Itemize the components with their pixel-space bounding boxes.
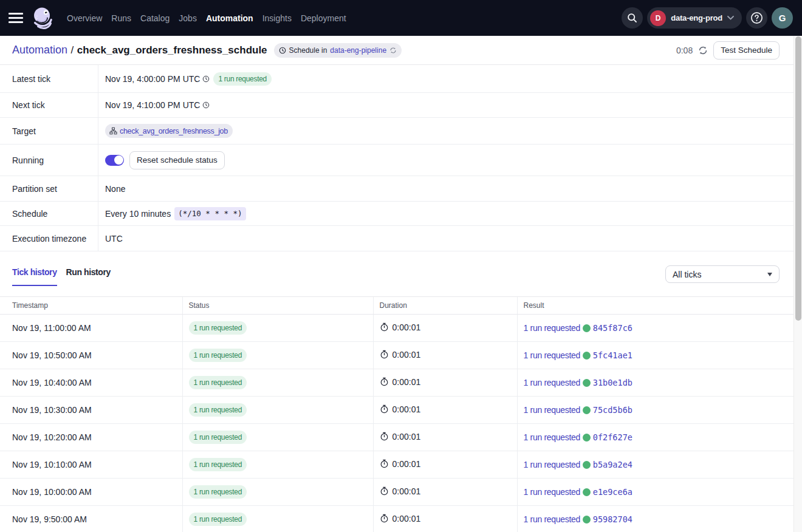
run-id-link[interactable]: b5a9a2e4 — [593, 460, 632, 469]
timezone-value: UTC — [105, 234, 123, 244]
running-toggle[interactable] — [105, 155, 124, 166]
tick-cell-result: 1 run requested 5fc41ae1 — [517, 342, 793, 369]
tick-row[interactable]: Nov 19, 10:10:00 AM 1 run requested 0:00… — [0, 451, 793, 479]
clock-icon[interactable] — [202, 75, 210, 83]
tick-row[interactable]: Nov 19, 10:50:00 AM 1 run requested 0:00… — [0, 342, 793, 369]
detail-row-latest-tick: Latest tick Nov 19, 4:00:00 PM UTC 1 run… — [0, 65, 802, 93]
deployment-switcher[interactable]: D data-eng-prod — [647, 7, 742, 29]
runs-requested-link[interactable]: 1 run requested — [524, 323, 581, 333]
tick-status-tag: 1 run requested — [189, 321, 247, 335]
tick-row[interactable]: Nov 19, 10:30:00 AM 1 run requested 0:00… — [0, 397, 793, 424]
tick-timestamp: Nov 19, 10:50:00 AM — [0, 342, 182, 369]
clock-icon — [279, 47, 286, 54]
schedule-value: Every 10 minutes — [105, 209, 171, 219]
run-status-dot — [583, 379, 591, 387]
runs-requested-link[interactable]: 1 run requested — [524, 405, 581, 415]
page-title: check_avg_orders_freshness_schdule — [77, 44, 267, 56]
tick-timestamp: Nov 19, 10:30:00 AM — [0, 397, 182, 424]
tick-duration: 0:00:01 — [392, 377, 421, 387]
run-status-dot — [583, 434, 591, 442]
col-status: Status — [182, 297, 373, 315]
col-duration: Duration — [373, 297, 517, 315]
help-button[interactable] — [746, 7, 767, 29]
target-job-link[interactable]: check_avg_orders_freshness_job — [120, 127, 228, 135]
runs-requested-link[interactable]: 1 run requested — [524, 460, 581, 469]
table-header-row: Timestamp Status Duration Result — [0, 297, 793, 315]
latest-tick-status-tag: 1 run requested — [213, 72, 272, 86]
detail-value: Nov 19, 4:10:00 PM UTC — [98, 93, 802, 117]
tick-duration: 0:00:01 — [392, 432, 421, 442]
tick-cell-status: 1 run requested — [182, 369, 373, 397]
test-schedule-button[interactable]: Test Schedule — [713, 41, 780, 60]
nav-item-jobs[interactable]: Jobs — [179, 13, 197, 23]
runs-requested-link[interactable]: 1 run requested — [524, 378, 581, 387]
run-id-link[interactable]: 845f87c6 — [593, 323, 632, 333]
history-tabs: Tick history Run history — [12, 267, 111, 286]
breadcrumb-automation-link[interactable]: Automation — [12, 44, 67, 56]
timer-icon — [380, 350, 389, 359]
run-id-link[interactable]: 5fc41ae1 — [593, 350, 632, 360]
app-window: Overview Runs Catalog Jobs Automation In… — [0, 0, 802, 532]
reset-schedule-status-button[interactable]: Reset schedule status — [129, 151, 225, 169]
tick-cell-result: 1 run requested 75cd5b6b — [517, 397, 793, 424]
runs-requested-link[interactable]: 1 run requested — [524, 487, 581, 497]
tick-cell-status: 1 run requested — [182, 506, 373, 532]
tick-row[interactable]: Nov 19, 10:00:00 AM 1 run requested 0:00… — [0, 479, 793, 506]
reload-location-icon[interactable] — [389, 47, 397, 54]
nav-item-insights[interactable]: Insights — [262, 13, 292, 23]
tick-filter-select[interactable]: All ticks — [665, 265, 780, 283]
run-id-link[interactable]: 75cd5b6b — [593, 405, 632, 415]
timer-icon — [380, 322, 389, 332]
clock-icon[interactable] — [202, 101, 210, 109]
tab-run-history[interactable]: Run history — [66, 267, 111, 286]
nav-item-catalog[interactable]: Catalog — [140, 13, 170, 23]
detail-value: check_avg_orders_freshness_job — [98, 118, 802, 144]
nav-item-deployment[interactable]: Deployment — [301, 13, 346, 23]
nav-item-automation[interactable]: Automation — [206, 13, 253, 23]
runs-requested-link[interactable]: 1 run requested — [524, 350, 581, 360]
tick-row[interactable]: Nov 19, 10:40:00 AM 1 run requested 0:00… — [0, 369, 793, 397]
runs-requested-link[interactable]: 1 run requested — [524, 514, 581, 524]
deployment-name: data-eng-prod — [671, 13, 722, 22]
tick-history-table: Timestamp Status Duration Result Nov 19,… — [0, 296, 793, 532]
detail-label: Schedule — [0, 202, 98, 225]
run-id-link[interactable]: 31b0e1db — [593, 378, 632, 387]
nav-item-overview[interactable]: Overview — [67, 13, 102, 23]
scrollbar-track[interactable] — [793, 36, 802, 532]
search-button[interactable] — [622, 7, 643, 29]
detail-row-timezone: Execution timezone UTC — [0, 226, 802, 251]
menu-icon[interactable] — [9, 10, 23, 26]
dagster-logo-icon[interactable] — [32, 7, 54, 29]
next-tick-value: Nov 19, 4:10:00 PM UTC — [105, 100, 200, 110]
run-id-link[interactable]: e1e9ce6a — [593, 487, 632, 497]
tick-row[interactable]: Nov 19, 11:00:00 AM 1 run requested 0:00… — [0, 315, 793, 342]
runs-requested-link[interactable]: 1 run requested — [524, 432, 581, 442]
tick-row[interactable]: Nov 19, 10:20:00 AM 1 run requested 0:00… — [0, 424, 793, 451]
help-icon — [750, 12, 763, 24]
tick-status-tag: 1 run requested — [189, 403, 247, 417]
col-result: Result — [517, 297, 793, 315]
user-avatar[interactable]: G — [772, 7, 793, 29]
detail-value: Reset schedule status — [98, 145, 802, 176]
run-id-link[interactable]: 0f2f627e — [593, 432, 632, 442]
tick-timestamp: Nov 19, 10:00:00 AM — [0, 479, 182, 506]
detail-label: Target — [0, 118, 98, 144]
timer-icon — [380, 377, 389, 386]
nav-item-runs[interactable]: Runs — [111, 13, 131, 23]
refresh-icon[interactable] — [698, 46, 708, 55]
tick-duration: 0:00:01 — [392, 514, 421, 523]
tick-cell-result: 1 run requested 95982704 — [517, 506, 793, 532]
tab-tick-history[interactable]: Tick history — [12, 267, 57, 286]
breadcrumb-separator: / — [71, 44, 74, 56]
tick-row[interactable]: Nov 19, 9:50:00 AM 1 run requested 0:00:… — [0, 506, 793, 532]
detail-label: Latest tick — [0, 65, 98, 92]
run-id-link[interactable]: 95982704 — [593, 514, 632, 524]
tick-cell-status: 1 run requested — [182, 479, 373, 506]
timer-icon — [380, 432, 389, 441]
run-status-dot — [583, 461, 591, 469]
scrollbar-thumb[interactable] — [795, 36, 801, 321]
code-location-link[interactable]: data-eng-pipeline — [330, 46, 386, 55]
tick-cell-status: 1 run requested — [182, 424, 373, 451]
tick-status-tag: 1 run requested — [189, 349, 247, 362]
tick-timestamp: Nov 19, 10:20:00 AM — [0, 424, 182, 451]
